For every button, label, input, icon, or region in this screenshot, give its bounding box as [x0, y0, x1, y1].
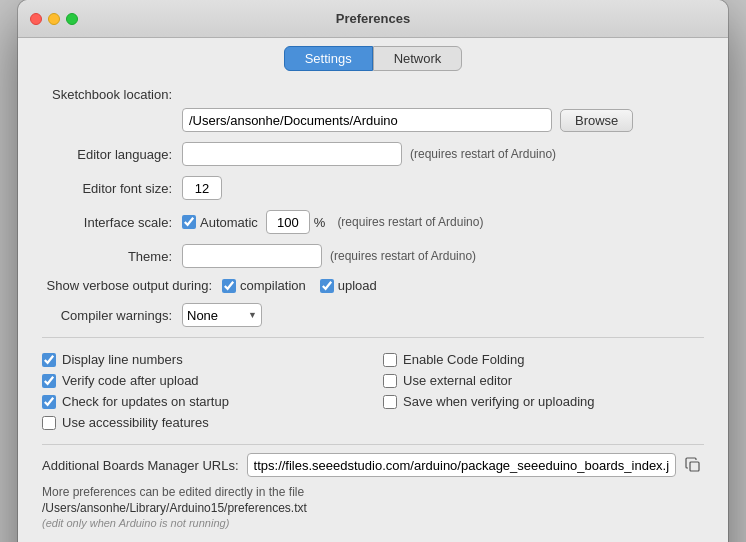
display-line-numbers-checkbox[interactable]: [42, 353, 56, 367]
interface-scale-auto-label: Automatic: [200, 215, 258, 230]
sketchbook-label: Sketchbook location:: [42, 87, 182, 102]
percent-label: %: [314, 215, 326, 230]
sketchbook-path-row: Browse: [42, 108, 704, 132]
enable-code-folding-label: Enable Code Folding: [403, 352, 524, 367]
compiler-warnings-select-wrap: None: [182, 303, 262, 327]
checkbox-enable-code-folding: Enable Code Folding: [383, 352, 704, 367]
svg-rect-0: [690, 462, 699, 471]
tab-settings[interactable]: Settings: [284, 46, 373, 71]
sketchbook-row: Sketchbook location:: [42, 87, 704, 102]
compiler-warnings-select[interactable]: None: [182, 303, 262, 327]
sketchbook-path-input[interactable]: [182, 108, 552, 132]
checkbox-accessibility: Use accessibility features: [42, 415, 363, 430]
copy-icon: [685, 457, 701, 473]
accessibility-label: Use accessibility features: [62, 415, 209, 430]
verbose-label: Show verbose output during:: [42, 278, 222, 293]
save-verifying-label: Save when verifying or uploading: [403, 394, 595, 409]
compiler-warnings-row: Compiler warnings: None: [42, 303, 704, 327]
interface-scale-input[interactable]: [266, 210, 310, 234]
minimize-button[interactable]: [48, 13, 60, 25]
interface-scale-note: (requires restart of Arduino): [337, 215, 483, 229]
checkbox-save-verifying: Save when verifying or uploading: [383, 394, 704, 409]
interface-scale-auto-checkbox[interactable]: [182, 215, 196, 229]
editor-language-select[interactable]: English (English): [182, 142, 402, 166]
accessibility-checkbox[interactable]: [42, 416, 56, 430]
additional-urls-row: Additional Boards Manager URLs:: [42, 453, 704, 477]
titlebar: Preferences: [18, 0, 728, 38]
window-title: Preferences: [336, 11, 410, 26]
external-editor-checkbox[interactable]: [383, 374, 397, 388]
file-info-line1: More preferences can be edited directly …: [42, 485, 704, 499]
theme-label: Theme:: [42, 249, 182, 264]
theme-select-wrap: Default theme: [182, 244, 322, 268]
verbose-upload-checkbox[interactable]: [320, 279, 334, 293]
checkboxes-section: Display line numbers Enable Code Folding…: [42, 348, 704, 434]
checkbox-display-line-numbers: Display line numbers: [42, 352, 363, 367]
check-updates-label: Check for updates on startup: [62, 394, 229, 409]
file-info-section: More preferences can be edited directly …: [42, 485, 704, 529]
interface-scale-label: Interface scale:: [42, 215, 182, 230]
editor-language-select-wrap: English (English): [182, 142, 402, 166]
checkbox-external-editor: Use external editor: [383, 373, 704, 388]
tab-bar: Settings Network: [18, 38, 728, 71]
theme-row: Theme: Default theme (requires restart o…: [42, 244, 704, 268]
display-line-numbers-label: Display line numbers: [62, 352, 183, 367]
verify-code-checkbox[interactable]: [42, 374, 56, 388]
editor-language-note: (requires restart of Arduino): [410, 147, 556, 161]
enable-code-folding-checkbox[interactable]: [383, 353, 397, 367]
verbose-upload-label: upload: [338, 278, 377, 293]
close-button[interactable]: [30, 13, 42, 25]
editor-font-size-input[interactable]: [182, 176, 222, 200]
save-verifying-checkbox[interactable]: [383, 395, 397, 409]
copy-url-button[interactable]: [682, 454, 704, 476]
external-editor-label: Use external editor: [403, 373, 512, 388]
compiler-warnings-label: Compiler warnings:: [42, 308, 182, 323]
editor-font-size-row: Editor font size:: [42, 176, 704, 200]
check-updates-checkbox[interactable]: [42, 395, 56, 409]
theme-select[interactable]: Default theme: [182, 244, 322, 268]
traffic-lights: [30, 13, 78, 25]
interface-scale-row: Interface scale: Automatic % (requires r…: [42, 210, 704, 234]
verbose-compilation-checkbox[interactable]: [222, 279, 236, 293]
verify-code-label: Verify code after upload: [62, 373, 199, 388]
editor-language-label: Editor language:: [42, 147, 182, 162]
verbose-row: Show verbose output during: compilation …: [42, 278, 704, 293]
preferences-window: Preferences Settings Network Sketchbook …: [18, 0, 728, 542]
tab-network[interactable]: Network: [373, 46, 463, 71]
additional-urls-label: Additional Boards Manager URLs:: [42, 458, 239, 473]
browse-button[interactable]: Browse: [560, 109, 633, 132]
settings-content: Sketchbook location: Browse Editor langu…: [18, 71, 728, 541]
editor-language-row: Editor language: English (English) (requ…: [42, 142, 704, 166]
file-path: /Users/ansonhe/Library/Arduino15/prefere…: [42, 501, 704, 515]
file-edit-note: (edit only when Arduino is not running): [42, 517, 704, 529]
additional-urls-input[interactable]: [247, 453, 676, 477]
divider-2: [42, 444, 704, 445]
checkbox-verify-code: Verify code after upload: [42, 373, 363, 388]
checkbox-check-updates: Check for updates on startup: [42, 394, 363, 409]
editor-font-size-label: Editor font size:: [42, 181, 182, 196]
theme-note: (requires restart of Arduino): [330, 249, 476, 263]
maximize-button[interactable]: [66, 13, 78, 25]
verbose-compilation-label: compilation: [240, 278, 306, 293]
divider-1: [42, 337, 704, 338]
